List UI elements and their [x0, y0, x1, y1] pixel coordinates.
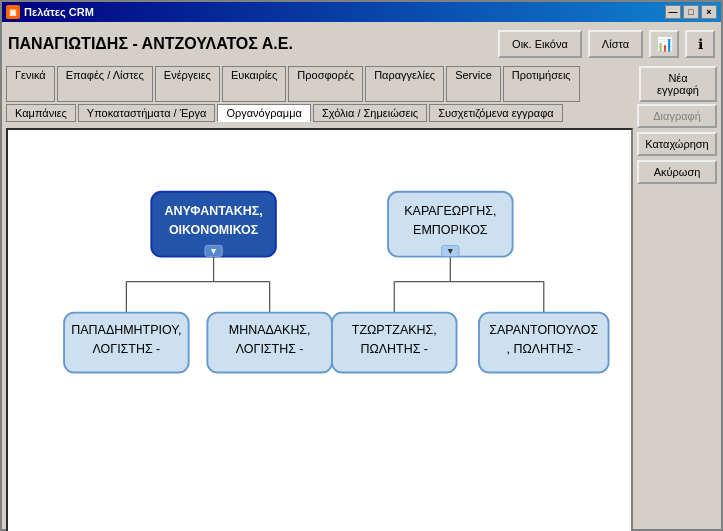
tab-genika[interactable]: Γενικά: [6, 66, 55, 102]
close-button[interactable]: ×: [701, 5, 717, 19]
svg-text:ΕΜΠΟΡΙΚΟΣ: ΕΜΠΟΡΙΚΟΣ: [413, 223, 488, 237]
info-icon-button[interactable]: ℹ: [685, 30, 715, 58]
maximize-button[interactable]: □: [683, 5, 699, 19]
title-bar: ▣ Πελάτες CRM — □ ×: [2, 2, 721, 22]
svg-text:ΛΟΓΙΣΤΗΣ -: ΛΟΓΙΣΤΗΣ -: [93, 342, 161, 356]
nav-tabs: Γενικά Επαφές / Λίστες Ενέργειες Ευκαιρί…: [6, 66, 717, 102]
header-buttons: Οικ. Εικόνα Λίστα 📊 ℹ: [498, 30, 715, 58]
sub-tabs: Καμπάνιες Υποκαταστήματα / Έργα Οργανόγρ…: [6, 104, 633, 122]
svg-text:ΑΝΥΦΑΝΤΑΚΗΣ,: ΑΝΥΦΑΝΤΑΚΗΣ,: [164, 204, 262, 218]
tab-energeies[interactable]: Ενέργειες: [155, 66, 220, 102]
org-chart-area: ΑΝΥΦΑΝΤΑΚΗΣ, ΟΙΚΟΝΟΜΙΚΟΣ ▼ ΚΑΡΑΓΕΩΡΓΗΣ, …: [6, 128, 633, 531]
header-row: ΠΑΝΑΓΙΩΤΙΔΗΣ - ΑΝΤΖΟΥΛΑΤΟΣ Α.Ε. Οικ. Εικ…: [6, 26, 717, 62]
chart-icon-button[interactable]: 📊: [649, 30, 679, 58]
tab-paragelies[interactable]: Παραγγελίες: [365, 66, 444, 102]
list-view-button[interactable]: Λίστα: [588, 30, 643, 58]
company-title: ΠΑΝΑΓΙΩΤΙΔΗΣ - ΑΝΤΖΟΥΛΑΤΟΣ Α.Ε.: [8, 35, 498, 53]
right-buttons: Διαγραφή Καταχώρηση Ακύρωση: [637, 104, 717, 184]
sub-tab-ypokatastimata[interactable]: Υποκαταστήματα / Έργα: [78, 104, 216, 122]
svg-text:ΠΑΠΑΔΗΜΗΤΡΙΟΥ,: ΠΑΠΑΔΗΜΗΤΡΙΟΥ,: [71, 323, 181, 337]
svg-text:ΠΩΛΗΤΗΣ -: ΠΩΛΗΤΗΣ -: [360, 342, 428, 356]
svg-text:ΛΟΓΙΣΤΗΣ -: ΛΟΓΙΣΤΗΣ -: [236, 342, 304, 356]
svg-text:ΤΖΩΡΤΖΑΚΗΣ,: ΤΖΩΡΤΖΑΚΗΣ,: [352, 323, 437, 337]
svg-text:▼: ▼: [209, 246, 218, 256]
svg-text:▼: ▼: [446, 246, 455, 256]
sub-tab-sysxetizomena[interactable]: Συσχετιζόμενα εγγραφα: [429, 104, 562, 122]
tab-epafes[interactable]: Επαφές / Λίστες: [57, 66, 153, 102]
sub-tab-scholia[interactable]: Σχόλια / Σημειώσεις: [313, 104, 427, 122]
title-bar-buttons: — □ ×: [665, 5, 717, 19]
tab-protimiseis[interactable]: Προτιμήσεις: [503, 66, 580, 102]
icon-view-button[interactable]: Οικ. Εικόνα: [498, 30, 582, 58]
content-area: ΠΑΝΑΓΙΩΤΙΔΗΣ - ΑΝΤΖΟΥΛΑΤΟΣ Α.Ε. Οικ. Εικ…: [2, 22, 721, 531]
sub-tab-kampanies[interactable]: Καμπάνιες: [6, 104, 76, 122]
app-icon: ▣: [6, 5, 20, 19]
window-title: Πελάτες CRM: [24, 6, 665, 18]
cancel-button[interactable]: Ακύρωση: [637, 160, 717, 184]
minimize-button[interactable]: —: [665, 5, 681, 19]
delete-button[interactable]: Διαγραφή: [637, 104, 717, 128]
svg-text:, ΠΩΛΗΤΗΣ -: , ΠΩΛΗΤΗΣ -: [507, 342, 581, 356]
svg-text:ΜΗΝΑΔΑΚΗΣ,: ΜΗΝΑΔΑΚΗΣ,: [229, 323, 311, 337]
svg-text:ΣΑΡΑΝΤΟΠΟΥΛΟΣ: ΣΑΡΑΝΤΟΠΟΥΛΟΣ: [489, 323, 598, 337]
org-chart-svg: ΑΝΥΦΑΝΤΑΚΗΣ, ΟΙΚΟΝΟΜΙΚΟΣ ▼ ΚΑΡΑΓΕΩΡΓΗΣ, …: [8, 130, 631, 531]
tab-service[interactable]: Service: [446, 66, 501, 102]
save-button[interactable]: Καταχώρηση: [637, 132, 717, 156]
main-window: ▣ Πελάτες CRM — □ × ΠΑΝΑΓΙΩΤΙΔΗΣ - ΑΝΤΖΟ…: [0, 0, 723, 531]
svg-text:ΚΑΡΑΓΕΩΡΓΗΣ,: ΚΑΡΑΓΕΩΡΓΗΣ,: [404, 204, 496, 218]
main-area: ΑΝΥΦΑΝΤΑΚΗΣ, ΟΙΚΟΝΟΜΙΚΟΣ ▼ ΚΑΡΑΓΕΩΡΓΗΣ, …: [6, 128, 633, 531]
sub-tab-organogramma[interactable]: Οργανόγραμμα: [217, 104, 310, 122]
svg-text:ΟΙΚΟΝΟΜΙΚΟΣ: ΟΙΚΟΝΟΜΙΚΟΣ: [169, 223, 259, 237]
tab-prosfores[interactable]: Προσφορές: [288, 66, 363, 102]
new-record-button[interactable]: Νέα εγγραφή: [639, 66, 717, 102]
tab-eukaiies[interactable]: Ευκαιρίες: [222, 66, 286, 102]
